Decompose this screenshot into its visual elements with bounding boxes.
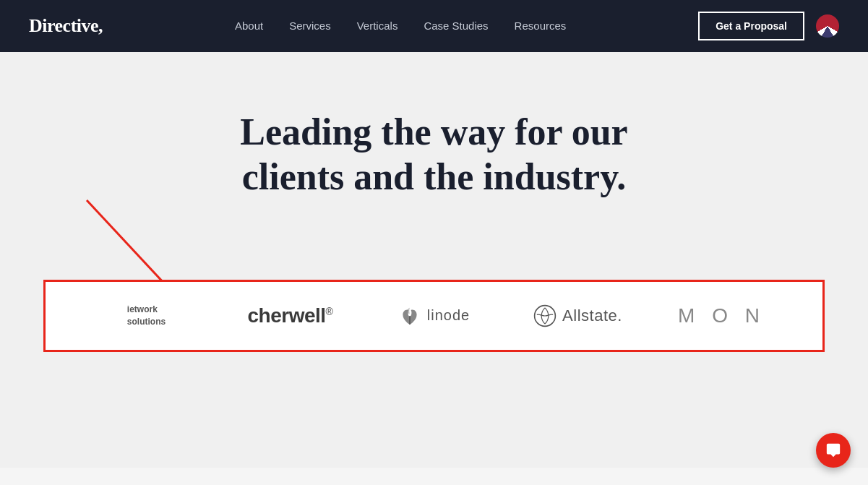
proposal-button[interactable]: Get a Proposal — [698, 12, 804, 40]
nav-link-resources[interactable]: Resources — [515, 20, 567, 32]
nav-link-about[interactable]: About — [235, 20, 263, 32]
navigation: Directive, About Services Verticals Case… — [0, 0, 868, 52]
logo-mon-partial: M O N — [650, 304, 794, 327]
nav-right: Get a Proposal — [698, 12, 839, 40]
logos-strip: ietworksolutions cherwell® linode — [43, 280, 825, 352]
chat-icon — [825, 442, 841, 458]
hero-title-line1: Leading the way for our — [240, 111, 627, 153]
flag-icon[interactable] — [816, 14, 839, 38]
logo-cherwell: cherwell® — [218, 304, 362, 327]
nav-item-services[interactable]: Services — [289, 20, 331, 33]
nav-item-case-studies[interactable]: Case Studies — [424, 20, 488, 33]
logo-linode: linode — [362, 304, 506, 327]
nav-item-verticals[interactable]: Verticals — [357, 20, 398, 33]
nav-item-resources[interactable]: Resources — [515, 20, 567, 33]
nav-link-case-studies[interactable]: Case Studies — [424, 20, 488, 32]
brand-logo[interactable]: Directive, — [29, 15, 103, 37]
allstate-icon — [533, 304, 557, 327]
nav-link-services[interactable]: Services — [289, 20, 331, 32]
logo-network-solutions: ietworksolutions — [74, 304, 218, 328]
linode-icon — [398, 304, 421, 327]
chat-button[interactable] — [816, 433, 851, 468]
nav-item-about[interactable]: About — [235, 20, 263, 33]
hero-title-line2: clients and the industry. — [242, 156, 627, 197]
brand-name: Directive, — [29, 15, 103, 36]
nav-links: About Services Verticals Case Studies Re… — [235, 20, 566, 33]
logo-allstate: Allstate. — [506, 304, 650, 327]
hero-section: Leading the way for our clients and the … — [0, 52, 868, 381]
below-strip — [0, 381, 868, 468]
hero-title: Leading the way for our clients and the … — [218, 110, 651, 200]
nav-link-verticals[interactable]: Verticals — [357, 20, 398, 32]
